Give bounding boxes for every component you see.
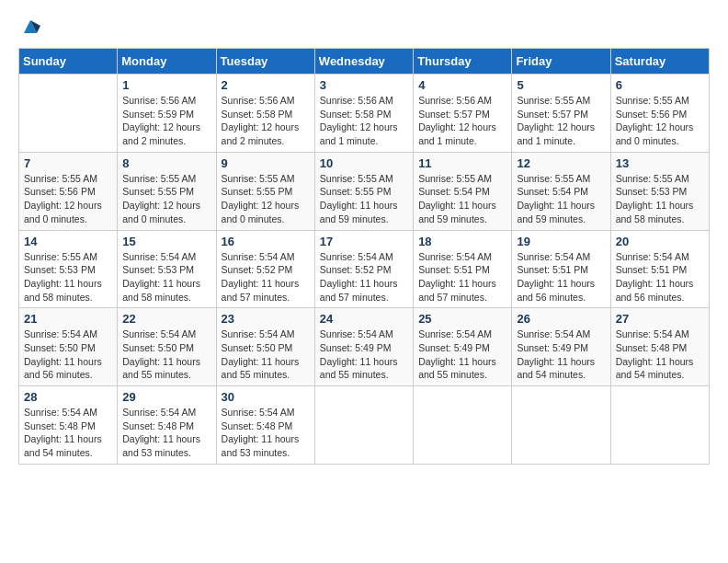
day-info: Sunrise: 5:54 AM Sunset: 5:53 PM Dayligh… (122, 250, 210, 304)
day-info: Sunrise: 5:55 AM Sunset: 5:54 PM Dayligh… (517, 172, 605, 226)
day-number: 1 (122, 78, 210, 92)
day-info: Sunrise: 5:56 AM Sunset: 5:58 PM Dayligh… (222, 94, 310, 148)
day-number: 13 (616, 156, 704, 170)
calendar-cell: 10Sunrise: 5:55 AM Sunset: 5:55 PM Dayli… (314, 152, 413, 230)
calendar-cell: 18Sunrise: 5:54 AM Sunset: 5:51 PM Dayli… (414, 230, 512, 308)
day-info: Sunrise: 5:54 AM Sunset: 5:52 PM Dayligh… (222, 250, 310, 304)
day-info: Sunrise: 5:54 AM Sunset: 5:51 PM Dayligh… (517, 250, 605, 304)
day-info: Sunrise: 5:54 AM Sunset: 5:50 PM Dayligh… (222, 327, 310, 382)
day-info: Sunrise: 5:54 AM Sunset: 5:48 PM Dayligh… (222, 406, 310, 460)
calendar-cell (512, 386, 610, 465)
logo (18, 18, 40, 33)
calendar-cell: 8Sunrise: 5:55 AM Sunset: 5:55 PM Daylig… (118, 152, 216, 230)
day-info: Sunrise: 5:54 AM Sunset: 5:49 PM Dayligh… (517, 327, 605, 382)
calendar-cell: 1Sunrise: 5:56 AM Sunset: 5:59 PM Daylig… (118, 75, 216, 153)
day-number: 17 (320, 235, 408, 248)
day-info: Sunrise: 5:55 AM Sunset: 5:53 PM Dayligh… (24, 250, 112, 304)
day-header-saturday: Saturday (610, 49, 709, 75)
day-number: 12 (517, 156, 605, 170)
calendar-cell: 14Sunrise: 5:55 AM Sunset: 5:53 PM Dayli… (19, 230, 118, 308)
logo-icon (20, 17, 40, 37)
calendar-cell: 3Sunrise: 5:56 AM Sunset: 5:58 PM Daylig… (314, 75, 413, 153)
day-header-friday: Friday (512, 49, 610, 75)
calendar-header-row: SundayMondayTuesdayWednesdayThursdayFrid… (19, 49, 710, 75)
calendar-cell: 30Sunrise: 5:54 AM Sunset: 5:48 PM Dayli… (216, 386, 314, 465)
day-info: Sunrise: 5:54 AM Sunset: 5:48 PM Dayligh… (616, 327, 704, 382)
calendar-cell: 29Sunrise: 5:54 AM Sunset: 5:48 PM Dayli… (118, 386, 216, 465)
day-info: Sunrise: 5:56 AM Sunset: 5:58 PM Dayligh… (320, 94, 408, 148)
calendar-cell: 21Sunrise: 5:54 AM Sunset: 5:50 PM Dayli… (19, 308, 118, 386)
day-number: 6 (616, 78, 704, 92)
day-number: 3 (320, 78, 408, 92)
day-info: Sunrise: 5:54 AM Sunset: 5:51 PM Dayligh… (418, 250, 506, 304)
calendar-cell: 24Sunrise: 5:54 AM Sunset: 5:49 PM Dayli… (314, 308, 413, 386)
calendar-cell: 4Sunrise: 5:56 AM Sunset: 5:57 PM Daylig… (414, 75, 512, 153)
day-info: Sunrise: 5:54 AM Sunset: 5:50 PM Dayligh… (24, 327, 112, 382)
day-number: 2 (222, 78, 310, 92)
calendar-week-row: 28Sunrise: 5:54 AM Sunset: 5:48 PM Dayli… (19, 386, 710, 465)
calendar-cell: 25Sunrise: 5:54 AM Sunset: 5:49 PM Dayli… (414, 308, 512, 386)
calendar-week-row: 21Sunrise: 5:54 AM Sunset: 5:50 PM Dayli… (19, 308, 710, 386)
calendar-week-row: 14Sunrise: 5:55 AM Sunset: 5:53 PM Dayli… (19, 230, 710, 308)
calendar-cell: 23Sunrise: 5:54 AM Sunset: 5:50 PM Dayli… (216, 308, 314, 386)
day-info: Sunrise: 5:55 AM Sunset: 5:55 PM Dayligh… (320, 172, 408, 226)
day-number: 19 (517, 235, 605, 248)
day-number: 28 (24, 390, 112, 404)
day-number: 5 (517, 78, 605, 92)
day-number: 22 (122, 312, 210, 326)
day-number: 11 (418, 156, 506, 170)
calendar-cell (610, 386, 709, 465)
day-number: 20 (616, 235, 704, 248)
day-number: 29 (122, 390, 210, 404)
calendar-cell: 15Sunrise: 5:54 AM Sunset: 5:53 PM Dayli… (118, 230, 216, 308)
calendar-cell: 13Sunrise: 5:55 AM Sunset: 5:53 PM Dayli… (610, 152, 709, 230)
calendar-cell: 16Sunrise: 5:54 AM Sunset: 5:52 PM Dayli… (216, 230, 314, 308)
day-number: 7 (24, 156, 112, 170)
day-number: 26 (517, 312, 605, 326)
day-info: Sunrise: 5:54 AM Sunset: 5:49 PM Dayligh… (418, 327, 506, 382)
page-header (18, 18, 710, 33)
calendar-cell: 20Sunrise: 5:54 AM Sunset: 5:51 PM Dayli… (610, 230, 709, 308)
day-info: Sunrise: 5:56 AM Sunset: 5:57 PM Dayligh… (418, 94, 506, 148)
day-number: 27 (616, 312, 704, 326)
day-number: 25 (418, 312, 506, 326)
day-info: Sunrise: 5:55 AM Sunset: 5:55 PM Dayligh… (222, 172, 310, 226)
calendar-cell: 11Sunrise: 5:55 AM Sunset: 5:54 PM Dayli… (414, 152, 512, 230)
calendar-cell (19, 75, 118, 153)
calendar-week-row: 1Sunrise: 5:56 AM Sunset: 5:59 PM Daylig… (19, 75, 710, 153)
day-header-monday: Monday (118, 49, 216, 75)
calendar-cell: 19Sunrise: 5:54 AM Sunset: 5:51 PM Dayli… (512, 230, 610, 308)
day-info: Sunrise: 5:54 AM Sunset: 5:52 PM Dayligh… (320, 250, 408, 304)
day-info: Sunrise: 5:55 AM Sunset: 5:54 PM Dayligh… (418, 172, 506, 226)
day-header-thursday: Thursday (414, 49, 512, 75)
calendar-cell: 27Sunrise: 5:54 AM Sunset: 5:48 PM Dayli… (610, 308, 709, 386)
calendar-cell: 7Sunrise: 5:55 AM Sunset: 5:56 PM Daylig… (19, 152, 118, 230)
calendar-cell (414, 386, 512, 465)
day-info: Sunrise: 5:54 AM Sunset: 5:48 PM Dayligh… (24, 406, 112, 460)
calendar-cell: 22Sunrise: 5:54 AM Sunset: 5:50 PM Dayli… (118, 308, 216, 386)
day-info: Sunrise: 5:55 AM Sunset: 5:56 PM Dayligh… (616, 94, 704, 148)
calendar-cell: 6Sunrise: 5:55 AM Sunset: 5:56 PM Daylig… (610, 75, 709, 153)
day-number: 4 (418, 78, 506, 92)
calendar-table: SundayMondayTuesdayWednesdayThursdayFrid… (18, 48, 710, 465)
calendar-cell: 9Sunrise: 5:55 AM Sunset: 5:55 PM Daylig… (216, 152, 314, 230)
calendar-cell: 5Sunrise: 5:55 AM Sunset: 5:57 PM Daylig… (512, 75, 610, 153)
day-info: Sunrise: 5:54 AM Sunset: 5:51 PM Dayligh… (616, 250, 704, 304)
day-number: 14 (24, 235, 112, 248)
day-number: 18 (418, 235, 506, 248)
day-number: 21 (24, 312, 112, 326)
day-info: Sunrise: 5:54 AM Sunset: 5:48 PM Dayligh… (122, 406, 210, 460)
day-header-tuesday: Tuesday (216, 49, 314, 75)
day-number: 24 (320, 312, 408, 326)
day-info: Sunrise: 5:54 AM Sunset: 5:49 PM Dayligh… (320, 327, 408, 382)
day-number: 10 (320, 156, 408, 170)
calendar-cell: 17Sunrise: 5:54 AM Sunset: 5:52 PM Dayli… (314, 230, 413, 308)
day-info: Sunrise: 5:56 AM Sunset: 5:59 PM Dayligh… (122, 94, 210, 148)
calendar-cell: 2Sunrise: 5:56 AM Sunset: 5:58 PM Daylig… (216, 75, 314, 153)
calendar-cell (314, 386, 413, 465)
day-header-wednesday: Wednesday (314, 49, 413, 75)
calendar-cell: 26Sunrise: 5:54 AM Sunset: 5:49 PM Dayli… (512, 308, 610, 386)
calendar-week-row: 7Sunrise: 5:55 AM Sunset: 5:56 PM Daylig… (19, 152, 710, 230)
day-info: Sunrise: 5:55 AM Sunset: 5:57 PM Dayligh… (517, 94, 605, 148)
day-number: 9 (222, 156, 310, 170)
